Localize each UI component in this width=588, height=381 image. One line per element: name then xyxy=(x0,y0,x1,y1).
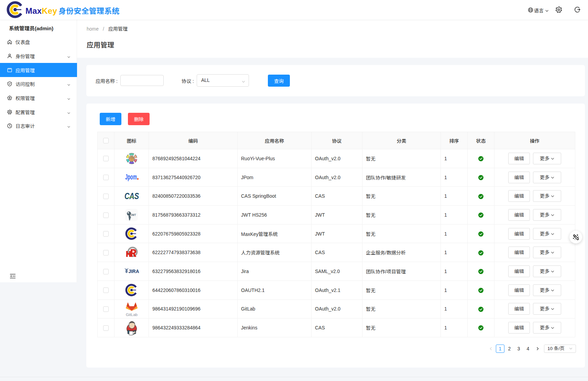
svg-text:CAS: CAS xyxy=(124,191,139,201)
svg-text:JWT: JWT xyxy=(131,213,136,217)
svg-text:JIRA: JIRA xyxy=(128,269,139,274)
svg-text:GitLab: GitLab xyxy=(126,313,138,317)
svg-text:Jpom: Jpom xyxy=(125,173,137,181)
